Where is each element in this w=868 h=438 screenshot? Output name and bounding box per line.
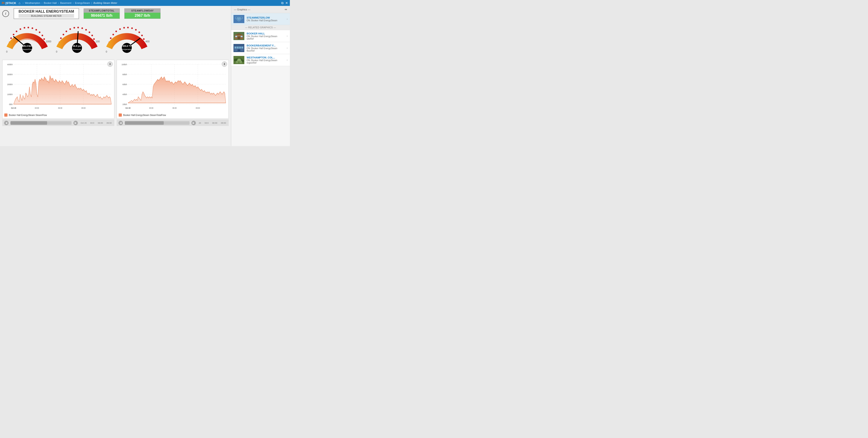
breadcrumb-westhampton[interactable]: Westhampton [25, 2, 40, 4]
svg-marker-98 [128, 77, 226, 103]
sidebar-item-text-1: BOOKERBASEMENT F... ON: Booker Hall Ener… [247, 44, 284, 52]
svg-text:Oct 20: Oct 20 [125, 107, 131, 109]
svg-rect-116 [235, 46, 237, 49]
scroll-track-1[interactable] [125, 121, 190, 125]
svg-text:304.4 °F: 304.4 °F [123, 45, 131, 47]
breadcrumb-energysteam[interactable]: EnergySteam [75, 2, 90, 4]
metric-label-1: STEAMFLOWDAY [125, 9, 160, 13]
svg-text:405.4 lb/h: 405.4 lb/h [22, 45, 32, 47]
svg-point-2 [10, 37, 12, 39]
svg-point-58 [122, 43, 132, 53]
scroll-label-20: 20 [198, 122, 202, 124]
svg-point-23 [60, 37, 62, 39]
breadcrumb-basement[interactable]: Basement [60, 2, 71, 4]
content-area: i BOOKER HALL ENERGYSTEAM BUILDING STEAM… [0, 6, 231, 146]
svg-point-24 [63, 34, 64, 35]
home-icon[interactable]: ⌂ [19, 1, 20, 5]
gauge-steamflow: 405.4 lb/h SteamFlow 0 1000 [2, 21, 52, 58]
svg-text:06:00: 06:00 [172, 107, 177, 109]
svg-point-31 [89, 31, 90, 33]
sidebar-expand-icon[interactable]: ⇔ [285, 8, 287, 11]
scroll-left-0[interactable]: ◀ [4, 121, 9, 125]
legend-color-1 [119, 114, 122, 117]
sidebar-item-title-current: STEAMMETERLOW [247, 16, 284, 19]
sidebar-item-sub-1: ON: Booker Hall EnergySteam floorRef [247, 47, 284, 52]
sidebar-item-0[interactable]: BOOKER HALL ON: Booker Hall EnergySteam … [231, 30, 290, 42]
svg-point-48 [123, 27, 125, 29]
svg-point-3 [13, 34, 14, 35]
svg-point-45 [113, 34, 114, 35]
breadcrumb-bookerhall[interactable]: Booker Hall [44, 2, 57, 4]
scroll-right-0[interactable]: ▶ [73, 121, 78, 125]
svg-rect-119 [241, 46, 243, 49]
svg-rect-112 [235, 36, 237, 37]
sidebar-thumb-0 [234, 32, 244, 40]
sidebar-item-2[interactable]: WESTHAMPTON_COL... ON: Booker Hall Energ… [231, 54, 290, 66]
chart-steamflow: ⬇ [2, 60, 114, 119]
svg-text:06:00: 06:00 [58, 107, 62, 109]
sidebar-item-1[interactable]: BOOKERBASEMENT F... ON: Booker Hall Ener… [231, 42, 290, 54]
metric-label-0: STEAMFLOWTOTAL [84, 9, 120, 13]
sidebar-related-label: — RELATED GRAPHICS — [231, 25, 290, 30]
legend-label-0: Booker Hall EnergySteam SteamFlow [9, 114, 47, 117]
svg-point-51 [135, 29, 137, 31]
page-title: BOOKER HALL ENERGYSTEAM [19, 9, 74, 13]
sidebar-item-title-1: BOOKERBASEMENT F... [247, 44, 284, 47]
sidebar-item-text-2: WESTHAMPTON_COL... ON: Booker Hall Energ… [247, 56, 284, 64]
scroll-right-1[interactable]: ▶ [191, 121, 196, 125]
svg-point-8 [32, 27, 33, 29]
main-layout: i BOOKER HALL ENERGYSTEAM BUILDING STEAM… [0, 6, 290, 146]
sidebar: — Graphics — ⇔ STEAMMETERLOW ON: Bo [231, 6, 290, 146]
svg-text:Pressure: Pressure [73, 48, 81, 51]
svg-text:Temperature: Temperature [121, 48, 133, 51]
scroll-left-1[interactable]: ◀ [118, 121, 123, 125]
svg-rect-118 [239, 46, 241, 49]
close-icon[interactable]: ✕ [285, 1, 288, 5]
svg-rect-117 [237, 46, 239, 49]
gauges-row: 405.4 lb/h SteamFlow 0 1000 [2, 21, 229, 58]
title-block: BOOKER HALL ENERGYSTEAM BUILDING STEAM M… [13, 8, 79, 19]
sidebar-header: — Graphics — ⇔ [231, 6, 290, 13]
svg-point-100 [238, 18, 240, 20]
download-button-0[interactable]: ⬇ [107, 61, 113, 67]
svg-point-26 [69, 28, 71, 30]
header-section: i BOOKER HALL ENERGYSTEAM BUILDING STEAM… [2, 8, 229, 19]
sidebar-arrow-2: › [287, 58, 288, 62]
legend-color-0 [4, 114, 7, 117]
svg-point-53 [141, 35, 143, 36]
svg-text:100lb/h: 100lb/h [7, 93, 13, 96]
svg-text:Oct 20: Oct 20 [11, 107, 16, 109]
scroll-label-09b: 09:00 [220, 122, 227, 124]
scroll-track-0[interactable] [10, 121, 71, 125]
breadcrumb-current: Building Steam Meter [93, 2, 117, 4]
svg-text:60lb/h: 60lb/h [123, 83, 127, 86]
svg-text:1000: 1000 [46, 40, 51, 43]
resize-icon[interactable]: ⧉ [281, 1, 283, 5]
download-button-1[interactable]: ⬇ [222, 61, 227, 67]
metric-value-1: 2967 lb/h [125, 13, 160, 19]
sidebar-arrow-0: › [287, 34, 288, 38]
metric-steamflowtotal: STEAMFLOWTOTAL 9844471 lb/h [84, 8, 120, 19]
svg-point-47 [119, 28, 121, 30]
svg-text:SteamFlow: SteamFlow [22, 48, 32, 51]
svg-point-5 [20, 28, 21, 30]
svg-point-10 [39, 31, 40, 33]
logo: Pi|STACK [2, 1, 16, 5]
logo-stack: |STACK [5, 1, 16, 5]
sidebar-item-text-current: STEAMMETERLOW ON: Booker Hall EnergyStea… [247, 16, 284, 22]
svg-text:0: 0 [106, 50, 107, 53]
sidebar-item-current[interactable]: STEAMMETERLOW ON: Booker Hall EnergyStea… [231, 13, 290, 25]
info-button[interactable]: i [2, 10, 9, 17]
sidebar-item-sub-current: ON: Booker Hall EnergySteam [247, 19, 284, 22]
sidebar-arrow-1: › [287, 46, 288, 50]
svg-point-4 [16, 31, 18, 32]
metric-steamflowday: STEAMFLOWDAY 2967 lb/h [124, 8, 160, 19]
svg-text:100: 100 [96, 40, 100, 43]
svg-point-33 [93, 38, 95, 40]
svg-rect-120 [238, 50, 240, 51]
svg-point-49 [127, 27, 129, 28]
svg-point-30 [85, 29, 87, 31]
sidebar-item-text-0: BOOKER HALL ON: Booker Hall EnergySteam … [247, 32, 284, 40]
sidebar-header-label: — Graphics — [234, 8, 250, 11]
metric-value-0: 9844471 lb/h [84, 13, 120, 19]
